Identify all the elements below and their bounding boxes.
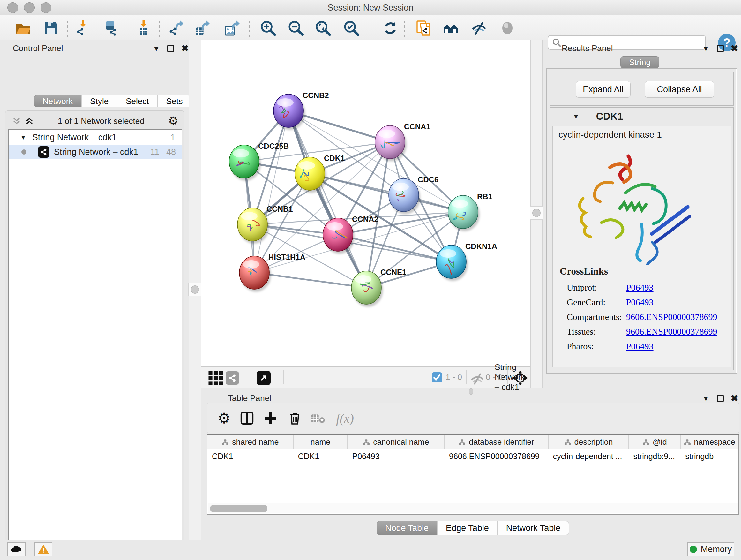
- function-builder-icon[interactable]: f(x): [332, 409, 358, 428]
- import-network-file-icon[interactable]: [74, 19, 92, 37]
- close-panel-icon[interactable]: ✖: [181, 44, 189, 53]
- left-splitter-handle[interactable]: [188, 283, 202, 296]
- export-image-icon[interactable]: [223, 19, 241, 37]
- window-zoom-light[interactable]: [41, 2, 51, 13]
- network-edge[interactable]: [254, 273, 366, 288]
- add-column-icon[interactable]: [261, 409, 280, 428]
- network-collection-row[interactable]: ▼ String Network – cdk1 1: [9, 130, 182, 145]
- column-header-shared-name[interactable]: shared name: [207, 435, 293, 449]
- delete-column-icon[interactable]: [286, 409, 304, 428]
- collapse-all-networks-icon[interactable]: [24, 116, 34, 126]
- birdseye-target-icon[interactable]: [511, 369, 529, 387]
- network-edge[interactable]: [310, 174, 463, 212]
- expand-all-networks-icon[interactable]: [12, 116, 21, 126]
- node-label: CDC6: [418, 175, 439, 184]
- table-cell[interactable]: stringdb:9...: [629, 449, 681, 463]
- collapse-gene-icon[interactable]: ▼: [572, 112, 580, 121]
- warning-icon[interactable]: [35, 542, 52, 556]
- hide-selected-icon[interactable]: [470, 19, 488, 37]
- table-cell[interactable]: stringdb: [681, 449, 738, 463]
- table-options-gear-icon[interactable]: ⚙: [215, 409, 233, 428]
- open-view-icon[interactable]: [255, 369, 273, 387]
- network-node-hist1h1a[interactable]: HIST1H1A: [239, 253, 306, 292]
- zoom-fit-icon[interactable]: [314, 19, 332, 37]
- table-cell[interactable]: CDK1: [207, 449, 293, 463]
- memory-button[interactable]: Memory: [687, 542, 734, 556]
- column-header-name[interactable]: name: [293, 435, 348, 449]
- crosslink-link[interactable]: P06493: [626, 283, 654, 293]
- column-header--id[interactable]: @id: [629, 435, 681, 449]
- save-session-icon[interactable]: [42, 19, 60, 37]
- tab-network[interactable]: Network: [34, 95, 81, 107]
- show-columns-icon[interactable]: [238, 409, 256, 428]
- export-table-icon[interactable]: [193, 19, 211, 37]
- refresh-icon[interactable]: [381, 19, 399, 37]
- selected-checkbox-icon[interactable]: [431, 372, 442, 383]
- expand-all-button[interactable]: Expand All: [576, 81, 630, 98]
- right-splitter-handle[interactable]: [530, 206, 543, 220]
- column-header-namespace[interactable]: namespace: [681, 435, 738, 449]
- tab-sets[interactable]: Sets: [157, 95, 191, 107]
- import-table-file-icon[interactable]: [135, 19, 152, 37]
- crosslink-link[interactable]: 9606.ENSP00000378699: [626, 312, 717, 322]
- tab-style[interactable]: Style: [81, 95, 117, 107]
- table-cell[interactable]: 9606.ENSP00000378699: [445, 449, 549, 463]
- left-splitter[interactable]: [189, 40, 201, 540]
- collapse-arrow-icon[interactable]: ▼: [20, 134, 26, 141]
- import-network-database-icon[interactable]: [101, 19, 119, 37]
- delete-table-icon[interactable]: [309, 409, 327, 428]
- zoom-selected-icon[interactable]: [342, 19, 360, 37]
- network-node-rb1[interactable]: RB1: [448, 192, 492, 231]
- panel-menu-icon[interactable]: ▼: [702, 395, 710, 402]
- tab-string[interactable]: String: [620, 56, 659, 68]
- table-cell[interactable]: cyclin-dependent ...: [549, 449, 629, 463]
- network-node-cdkn1a[interactable]: CDKN1A: [436, 242, 497, 281]
- panel-menu-icon[interactable]: ▼: [702, 45, 710, 52]
- collapse-all-button[interactable]: Collapse All: [645, 81, 714, 98]
- float-panel-icon[interactable]: [717, 45, 724, 52]
- scrollbar-thumb[interactable]: [210, 505, 267, 512]
- float-panel-icon[interactable]: [167, 45, 174, 52]
- tab-edge-table[interactable]: Edge Table: [437, 521, 497, 535]
- network-canvas[interactable]: CCNB2CCNA1CDC25BCDK1CDC6RB1CCNB1CCNA2CDK…: [201, 40, 530, 366]
- open-session-icon[interactable]: [14, 19, 32, 37]
- table-cell[interactable]: CDK1: [293, 449, 348, 463]
- network-options-gear-icon[interactable]: ⚙: [168, 114, 179, 128]
- panel-menu-icon[interactable]: ▼: [152, 45, 160, 52]
- window-close-light[interactable]: [7, 2, 18, 13]
- export-network-icon[interactable]: [167, 19, 185, 37]
- network-row[interactable]: String Network – cdk1 11 48: [9, 145, 182, 159]
- close-panel-icon[interactable]: ✖: [731, 44, 738, 53]
- right-splitter[interactable]: [530, 40, 542, 388]
- zoom-out-icon[interactable]: [287, 19, 305, 37]
- network-node-ccnb2[interactable]: CCNB2: [273, 91, 329, 130]
- window-minimize-light[interactable]: [24, 2, 35, 13]
- network-node-cdc6[interactable]: CDC6: [389, 175, 439, 214]
- network-node-ccnb1[interactable]: CCNB1: [238, 205, 293, 244]
- table-row[interactable]: CDK1CDK1P064939606.ENSP00000378699cyclin…: [207, 449, 738, 463]
- crosslink-link[interactable]: 9606.ENSP00000378699: [626, 327, 717, 337]
- first-neighbors-icon[interactable]: [414, 19, 432, 37]
- string-home-icon[interactable]: [442, 19, 460, 37]
- tab-node-table[interactable]: Node Table: [377, 521, 437, 535]
- grid-view-icon[interactable]: [207, 369, 225, 387]
- table-horizontal-scrollbar[interactable]: [208, 503, 738, 513]
- column-header-canonical-name[interactable]: canonical name: [347, 435, 445, 449]
- table-cell[interactable]: P06493: [347, 449, 445, 463]
- column-header-database-identifier[interactable]: database identifier: [445, 435, 549, 449]
- crosslink-link[interactable]: P06493: [626, 297, 654, 307]
- tab-network-table[interactable]: Network Table: [497, 521, 569, 535]
- show-all-icon[interactable]: [498, 19, 516, 37]
- close-panel-icon[interactable]: ✖: [731, 394, 738, 403]
- string-view-icon[interactable]: [223, 369, 241, 387]
- zoom-in-icon[interactable]: [259, 19, 277, 37]
- float-panel-icon[interactable]: [717, 395, 724, 402]
- crosslink-link[interactable]: P06493: [626, 341, 654, 352]
- network-node-ccna2[interactable]: CCNA2: [323, 215, 379, 254]
- network-node-ccna1[interactable]: CCNA1: [375, 122, 430, 161]
- cloud-status-icon[interactable]: [7, 542, 26, 556]
- network-node-cdc25b[interactable]: CDC25B: [229, 142, 289, 181]
- network-node-ccne1[interactable]: CCNE1: [351, 268, 406, 307]
- tab-select[interactable]: Select: [117, 95, 157, 107]
- column-header-description[interactable]: description: [549, 435, 629, 449]
